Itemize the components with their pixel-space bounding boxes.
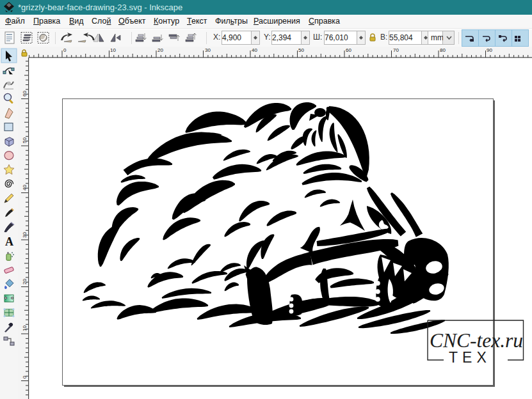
svg-text:40: 40 — [252, 47, 257, 53]
svg-text:20: 20 — [22, 279, 28, 285]
svg-text:20: 20 — [157, 47, 163, 53]
svg-text:10: 10 — [110, 47, 116, 53]
svg-text:30: 30 — [205, 47, 211, 53]
svg-text:0: 0 — [22, 375, 28, 379]
svg-text:30: 30 — [22, 232, 28, 238]
svg-text:0: 0 — [63, 47, 67, 53]
svg-text:60: 60 — [22, 91, 28, 97]
svg-text:10: 10 — [22, 325, 28, 331]
svg-text:70: 70 — [393, 47, 399, 53]
svg-text:TEX: TEX — [449, 349, 491, 366]
svg-text:50: 50 — [22, 137, 28, 143]
svg-text:60: 60 — [346, 47, 351, 53]
svg-text:80: 80 — [440, 47, 446, 53]
svg-text:40: 40 — [22, 185, 28, 191]
svg-text:90: 90 — [487, 47, 492, 53]
svg-text:CNC-tex.ru: CNC-tex.ru — [430, 329, 523, 352]
svg-text:50: 50 — [298, 47, 304, 53]
